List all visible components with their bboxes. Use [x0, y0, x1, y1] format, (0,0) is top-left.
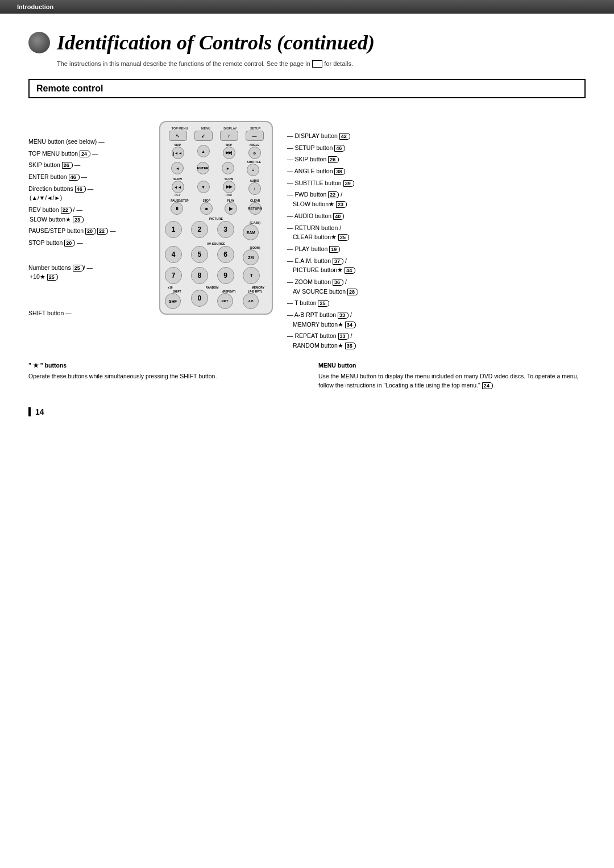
right-label-angle: — ANGLE button 38: [287, 168, 438, 176]
left-label-rev: REV button 22 / —: [28, 206, 159, 214]
num-0-button[interactable]: 0: [191, 290, 208, 307]
left-label-skip: SKIP button 26 —: [28, 161, 159, 169]
title-section: Identification of Controls (continued): [28, 31, 586, 55]
fwd-button[interactable]: ▶▶: [223, 181, 235, 193]
right-label-skip: — SKIP button 26: [287, 156, 438, 164]
num-2-button[interactable]: 2: [191, 221, 208, 238]
title-icon: [28, 32, 50, 53]
num-8-button[interactable]: 8: [191, 267, 208, 284]
header-bar: Introduction: [0, 0, 614, 14]
num-4-button[interactable]: 4: [165, 246, 182, 263]
subtitle-text: The instructions in this manual describe…: [57, 60, 586, 68]
num-9-button[interactable]: 9: [217, 267, 234, 284]
menu-footnote: MENU button Use the MENU button to displ…: [318, 361, 586, 390]
menu-button[interactable]: ↙: [194, 131, 213, 141]
clear-button[interactable]: RETURN: [249, 202, 262, 215]
left-button[interactable]: ◄: [171, 162, 184, 174]
right-label-slow: SLOW button★ 23: [287, 201, 438, 208]
setup-button[interactable]: —: [246, 131, 264, 141]
right-label-subtitle: — SUBTITLE button 39: [287, 180, 438, 187]
page-number: 14: [28, 407, 586, 416]
shift-button[interactable]: SHF: [165, 293, 181, 309]
right-label-audio: — AUDIO button 40: [287, 212, 438, 220]
repeat-button[interactable]: RPT: [217, 293, 233, 309]
left-label-stop: STOP button 20 —: [28, 239, 159, 247]
left-label-pause: PAUSE/STEP button 2022 —: [28, 227, 159, 235]
left-label-plus10: +10★ 25: [28, 273, 159, 281]
menu-footnote-text: Use the MENU button to display the menu …: [318, 372, 586, 390]
right-label-memory: MEMORY button★ 34: [287, 321, 438, 329]
right-label-display: — DISPLAY button 42: [287, 132, 438, 140]
num-7-button[interactable]: 7: [165, 267, 182, 284]
right-label-t: — T button 25: [287, 299, 438, 307]
left-label-direction-sub: (▲/▼/◄/►): [28, 194, 159, 202]
left-label-topmenu: TOP MENU button 24 —: [28, 150, 159, 158]
right-label-random: RANDOM button★ 35: [287, 342, 438, 350]
right-label-abrpt: — A-B RPT button 33 /: [287, 311, 438, 319]
footnotes-section: " ★ " buttons Operate these buttons whil…: [28, 361, 586, 390]
stop-button[interactable]: ■: [200, 202, 213, 215]
right-label-picture: PICTURE button★ 44: [287, 266, 438, 274]
left-label-slow: SLOW button★ 23: [28, 216, 159, 224]
header-label: Introduction: [17, 3, 53, 10]
right-labels-panel: — DISPLAY button 42 — SETUP button 46 — …: [279, 121, 438, 350]
left-label-menu: MENU button (see below) —: [28, 138, 159, 146]
right-label-avsource: AV SOURCE button 28: [287, 288, 438, 296]
remote-visual: TOP MENU MENU DISPLAY SETUP ↖ ↙ / — SKIP: [159, 121, 279, 315]
audio-button[interactable]: ♪: [248, 182, 261, 195]
num-5-button[interactable]: 5: [191, 246, 208, 263]
remote-diagram: MENU button (see below) — TOP MENU butto…: [28, 121, 586, 350]
page-ref-box: [312, 60, 322, 68]
skip-right-button[interactable]: ▶▶|: [223, 147, 235, 159]
rev-button[interactable]: ◄◄: [172, 181, 184, 193]
right-label-fwd: — FWD button 22 /: [287, 191, 438, 199]
enter-button[interactable]: ENTER: [197, 162, 209, 174]
star-footnote-text: Operate these buttons while simultaneous…: [28, 372, 296, 381]
right-label-play: — PLAY button 19: [287, 245, 438, 253]
num-1-button[interactable]: 1: [165, 221, 182, 238]
left-label-direction: Direction buttons 46 —: [28, 185, 159, 193]
star-footnote-title: " ★ " buttons: [28, 361, 296, 370]
main-title: Identification of Controls (continued): [57, 31, 375, 55]
right-label-eam: — E.A.M. button 37 /: [287, 257, 438, 265]
right-label-repeat: — REPEAT button 33 /: [287, 332, 438, 340]
section-header: Remote control: [28, 79, 586, 98]
right-label-zoom: — ZOOM button 36 /: [287, 278, 438, 286]
skip-left-button[interactable]: |◄◄: [172, 147, 184, 159]
top-menu-button[interactable]: ↖: [169, 131, 187, 141]
star-footnote: " ★ " buttons Operate these buttons whil…: [28, 361, 296, 390]
subtitle-button[interactable]: ≡: [247, 164, 259, 176]
play-button[interactable]: ▶: [225, 202, 237, 215]
menu-footnote-title: MENU button: [318, 361, 586, 370]
right-button[interactable]: ►: [222, 162, 234, 174]
t-button[interactable]: T: [243, 267, 260, 284]
left-label-number: Number buttons 25/ —: [28, 264, 159, 272]
right-label-clear: CLEAR button★ 25: [287, 233, 438, 241]
pause-button[interactable]: ⏸: [171, 202, 183, 215]
zoom-button[interactable]: ZM: [243, 249, 259, 265]
remote-body: TOP MENU MENU DISPLAY SETUP ↖ ↙ / — SKIP: [159, 121, 273, 315]
eam-button[interactable]: EAM: [243, 224, 259, 240]
display-button[interactable]: /: [220, 131, 238, 141]
left-label-enter: ENTER button 46 —: [28, 173, 159, 181]
right-label-return: — RETURN button /: [287, 224, 438, 232]
up-button[interactable]: ▲: [197, 145, 210, 157]
right-label-setup: — SETUP button 46: [287, 144, 438, 152]
num-6-button[interactable]: 6: [217, 246, 234, 263]
ab-rpt-button[interactable]: A-B: [243, 293, 259, 309]
left-labels-panel: MENU button (see below) — TOP MENU butto…: [28, 121, 159, 318]
num-3-button[interactable]: 3: [217, 221, 234, 238]
down-button[interactable]: ▼: [197, 181, 210, 193]
left-label-shift: SHIFT button —: [28, 310, 159, 318]
angle-button[interactable]: ⊙: [248, 147, 261, 159]
